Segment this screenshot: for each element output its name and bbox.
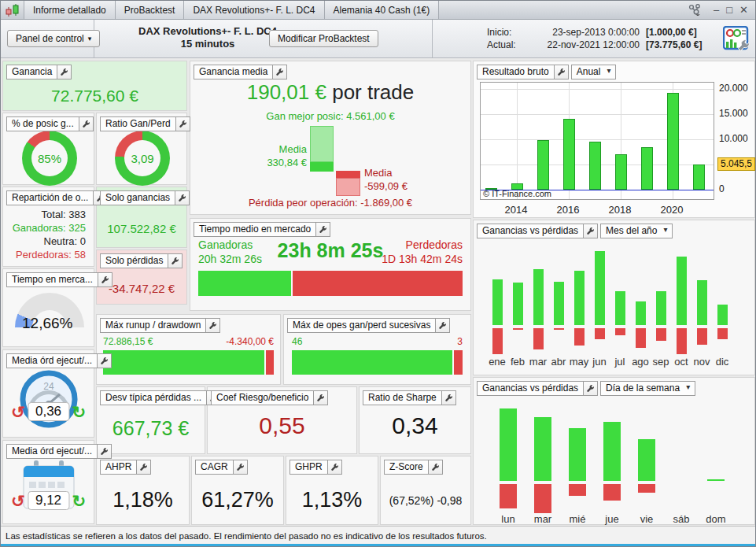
inicio-amount: [1.000,00 €] [646, 26, 697, 39]
panel-title: Ganancias vs pérdidas [478, 382, 583, 395]
gain-arrow-icon: ↻ [72, 493, 86, 509]
share-button[interactable] [688, 4, 702, 16]
actual-amount: [73.775,60 €] [646, 39, 702, 51]
avg-gain-headline: 190,01 € por trade [190, 80, 470, 105]
ratio-header: Ratio Gan/Perd [100, 116, 190, 131]
perdedoras-row: Perdedoras: 58 [13, 248, 86, 261]
report-settings-button[interactable] [723, 26, 750, 54]
wrench-icon [60, 68, 68, 76]
inicio-date: 23-sep-2013 0:00:00 [522, 26, 640, 39]
tiempo-medio-header: Tiempo medio en mercado [194, 222, 330, 237]
panel-tiempo-en-mercado: Tiempo en merca... 12,66% [2, 268, 94, 347]
pct-posic-header: % de posic g... [6, 116, 94, 131]
wrench-icon-button[interactable] [435, 319, 449, 332]
period-dropdown-mes[interactable]: Mes del año ▾ [600, 224, 673, 238]
win-pct-value: 85% [22, 131, 77, 186]
current-value-badge: 5.045,5 [717, 157, 755, 171]
wrench-icon-button[interactable] [98, 273, 112, 286]
wrench-icon-button[interactable] [175, 117, 190, 131]
panel-title: Máx runup / drawdown [101, 319, 205, 332]
gridline [517, 83, 518, 199]
wrench-icon-button[interactable] [79, 117, 93, 131]
maximize-button[interactable]: □ [726, 5, 732, 15]
panel-media-ordenes-mes: Media órd ejecut/... ↺ ↻ 9,12 [2, 440, 94, 524]
category-label: lun [491, 513, 526, 525]
wrench-icon-button[interactable] [315, 223, 330, 236]
panel-max-runup-drawdown: Máx runup / drawdown 72.886,15 € -4.340,… [96, 314, 281, 385]
tab-probacktest[interactable]: ProBacktest [116, 1, 185, 19]
max-consecutive-losses: 3 [457, 336, 463, 347]
tab-bar: Informe detallado ProBacktest DAX Revolu… [1, 1, 755, 20]
wrench-icon-button[interactable] [441, 391, 455, 405]
category-label: mar [526, 513, 560, 525]
category-label: feb [507, 356, 528, 368]
wrench-icon-button[interactable] [168, 254, 182, 268]
media-gan-value: 330,84 € [238, 156, 307, 169]
drawdown-bar [266, 350, 274, 375]
annual-plot: © IT-Finance.com [480, 82, 714, 200]
tab-label: Informe detallado [33, 5, 106, 16]
inicio-label: Inicio: [487, 26, 522, 39]
wrench-icon-button[interactable] [57, 65, 71, 79]
y-tick-label: 0 [719, 183, 755, 194]
wrench-icon-button[interactable] [428, 460, 442, 474]
close-button[interactable]: ✕ [739, 5, 748, 15]
monthly-chart: enefebmarabrmayjunjulagosepoctnovdic [474, 220, 754, 375]
tab-dax-revolutions[interactable]: DAX Revolutions+- F. L. DC4 [184, 1, 324, 19]
avg-gain-value: 190,01 € [247, 80, 326, 104]
annual-bar [589, 142, 601, 190]
max-drawdown-value: -4.340,00 € [226, 336, 274, 347]
perdedoras-label: Perdedoras: [16, 249, 72, 261]
panel-title: GHPR [290, 460, 327, 474]
ratio-donut: 3,09 [115, 131, 170, 186]
wrench-icon-button[interactable] [175, 191, 189, 205]
panel-title: Media órd ejecut/... [7, 354, 97, 368]
tab-alemania-40-cash[interactable]: Alemania 40 Cash (1€) [325, 1, 440, 19]
wrench-icon-button[interactable] [313, 391, 327, 405]
wrench-icon-button[interactable] [272, 65, 286, 79]
panel-max-opes-sucesivas: Máx de opes gan/perd sucesivas 46 3 [283, 314, 471, 385]
losers-duration: 1D 13h 42m 24s [382, 252, 463, 266]
wrench-icon-button[interactable] [97, 354, 111, 368]
media-perd-value: -599,09 € [364, 179, 439, 193]
modificar-probacktest-button[interactable]: Modificar ProBacktest [269, 30, 378, 47]
tab-informe-detallado[interactable]: Informe detallado [24, 1, 116, 19]
loss-bar [677, 328, 687, 354]
cagr-value: 61,27% [192, 488, 283, 512]
losses-streak-bar [454, 350, 463, 375]
wrench-icon [316, 394, 325, 402]
gain-bar [603, 422, 621, 481]
period-dropdown-dia[interactable]: Día de la semana ▾ [600, 381, 695, 396]
media-label: Media [238, 142, 307, 156]
panel-de-control-dropdown[interactable]: Panel de control ▾ [7, 30, 100, 47]
wrench-icon-button[interactable] [554, 65, 568, 79]
annual-bar [641, 147, 653, 190]
panel-title: Resultado bruto [478, 65, 554, 79]
category-label: vie [629, 513, 664, 525]
wrench-icon [171, 257, 179, 265]
avg-loss-labels: Media -599,09 € [364, 166, 439, 193]
wrench-icon [275, 68, 284, 76]
wrench-icon-button[interactable] [97, 445, 111, 458]
minimize-button[interactable]: – [714, 5, 719, 15]
period-dropdown-anual[interactable]: Anual ▾ [571, 65, 617, 79]
wrench-icon-button[interactable] [583, 224, 597, 238]
panel-cagr: CAGR 61,27% [191, 456, 284, 525]
chevron-down-icon: ▾ [684, 382, 695, 395]
wrench-icon-button[interactable] [205, 319, 219, 332]
wrench-icon-button[interactable] [327, 460, 341, 474]
wrench-icon-button[interactable] [233, 460, 247, 474]
max-runup-value: 72.886,15 € [103, 336, 153, 347]
gain-bar [615, 291, 625, 325]
loss-arrow-icon: ↺ [11, 404, 25, 420]
loss-bar [554, 328, 564, 330]
status-bar: Las estadísticas se refieren a los datos… [1, 526, 755, 545]
category-label: mar [528, 356, 548, 368]
zscore-header: Z-Score [384, 460, 443, 475]
ganancia-media-header: Ganancia media [194, 65, 287, 79]
wrench-icon-button[interactable] [583, 382, 597, 395]
panel-ganancia: Ganancia 72.775,60 € [2, 61, 187, 111]
wrench-icon-button[interactable] [136, 460, 150, 474]
category-label: jue [595, 513, 629, 525]
instrument-name: DAX Revolutions+- F. L. DC4 [127, 25, 289, 38]
